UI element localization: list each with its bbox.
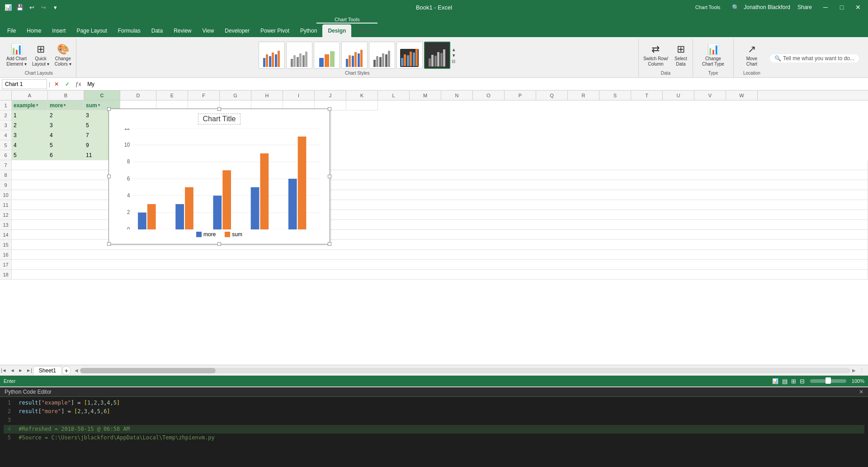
- col-header-u[interactable]: U: [663, 91, 694, 100]
- tab-format[interactable]: Format: [351, 24, 379, 37]
- chart-style-5[interactable]: [369, 42, 395, 69]
- switch-row-column-button[interactable]: ⇄ Switch Row/Column: [642, 43, 670, 68]
- tab-page-layout[interactable]: Page Layout: [71, 24, 112, 37]
- view-normal-icon[interactable]: ▤: [782, 378, 788, 385]
- cell-k1[interactable]: [346, 100, 378, 110]
- tab-python[interactable]: Python: [295, 24, 322, 37]
- col-header-r[interactable]: R: [568, 91, 599, 100]
- cell-row16[interactable]: [12, 250, 868, 260]
- scroll-left-icon[interactable]: ◀: [75, 368, 78, 373]
- col-header-a[interactable]: A: [12, 91, 48, 100]
- col-header-n[interactable]: N: [441, 91, 473, 100]
- col-header-j[interactable]: J: [315, 91, 346, 100]
- col-header-i[interactable]: I: [283, 91, 315, 100]
- col-header-v[interactable]: V: [694, 91, 726, 100]
- chart-style-7[interactable]: [424, 42, 450, 69]
- chart-container[interactable]: Chart Title 0: [108, 109, 330, 244]
- chart-style-2[interactable]: [286, 42, 312, 69]
- cell-row18[interactable]: [12, 270, 868, 280]
- cell-b4[interactable]: 4: [48, 130, 84, 140]
- sheet-nav-last[interactable]: ►|: [25, 367, 33, 374]
- chart-style-6[interactable]: [396, 42, 423, 69]
- share-label[interactable]: Share: [797, 4, 812, 10]
- new-sheet-button[interactable]: +: [62, 366, 71, 375]
- col-header-t[interactable]: T: [631, 91, 663, 100]
- python-editor-close-icon[interactable]: ✕: [859, 389, 863, 395]
- tell-me-input[interactable]: 🔍 Tell me what you want to do...: [770, 54, 859, 62]
- col-header-o[interactable]: O: [473, 91, 505, 100]
- cancel-formula-icon[interactable]: ✕: [52, 80, 61, 89]
- col-header-h[interactable]: H: [251, 91, 283, 100]
- col-header-q[interactable]: Q: [536, 91, 568, 100]
- col-header-m[interactable]: M: [410, 91, 441, 100]
- maximize-button[interactable]: □: [835, 1, 848, 14]
- tab-power-pivot[interactable]: Power Pivot: [255, 24, 295, 37]
- cell-b5[interactable]: 5: [48, 140, 84, 150]
- chart-style-4[interactable]: [341, 42, 368, 69]
- tab-developer[interactable]: Developer: [219, 24, 255, 37]
- sheet-options-icon[interactable]: ⋮: [859, 367, 868, 373]
- zoom-slider-thumb[interactable]: [826, 377, 831, 384]
- customize-icon[interactable]: ▾: [51, 3, 60, 12]
- style-scroll-down[interactable]: ▼: [452, 53, 456, 58]
- zoom-slider[interactable]: [810, 379, 846, 383]
- col-header-d[interactable]: D: [120, 91, 156, 100]
- chart-handle-tr[interactable]: [328, 107, 331, 111]
- col-header-e[interactable]: E: [156, 91, 188, 100]
- chart-handle-tc[interactable]: [217, 107, 221, 111]
- sheet-nav-first[interactable]: |◄: [0, 367, 8, 374]
- chart-handle-tl[interactable]: [107, 107, 111, 111]
- cell-b6[interactable]: 6: [48, 150, 84, 160]
- style-scroll-buttons[interactable]: ▲ ▼ ⊟: [452, 47, 456, 64]
- name-box[interactable]: [2, 79, 47, 89]
- col-header-w[interactable]: W: [726, 91, 758, 100]
- cell-a6[interactable]: 5: [12, 150, 48, 160]
- cell-b3[interactable]: 3: [48, 120, 84, 130]
- cell-a4[interactable]: 3: [12, 130, 48, 140]
- cell-a2[interactable]: 1: [12, 110, 48, 120]
- horizontal-scrollbar[interactable]: [80, 368, 850, 373]
- view-page-layout-icon[interactable]: ⊞: [791, 378, 796, 385]
- close-button[interactable]: ✕: [852, 1, 864, 14]
- cell-b1[interactable]: more▾: [48, 100, 84, 110]
- redo-icon[interactable]: ↪: [39, 3, 48, 12]
- chart-style-3[interactable]: [314, 42, 340, 69]
- confirm-formula-icon[interactable]: ✓: [63, 80, 72, 89]
- col-header-g[interactable]: G: [220, 91, 251, 100]
- tab-data[interactable]: Data: [146, 24, 168, 37]
- cell-a1[interactable]: example▾: [12, 100, 48, 110]
- col-header-b[interactable]: B: [48, 91, 84, 100]
- chart-handle-mr[interactable]: [328, 175, 331, 178]
- chart-title[interactable]: Chart Title: [198, 114, 241, 124]
- style-scroll-up[interactable]: ▲: [452, 47, 456, 52]
- tab-review[interactable]: Review: [168, 24, 197, 37]
- minimize-button[interactable]: ─: [819, 1, 832, 14]
- cell-a3[interactable]: 2: [12, 120, 48, 130]
- chart-style-1[interactable]: [259, 42, 285, 69]
- chart-handle-ml[interactable]: [107, 175, 111, 178]
- chart-handle-bl[interactable]: [107, 242, 111, 246]
- change-chart-type-button[interactable]: 📊 ChangeChart Type: [700, 43, 726, 68]
- col-header-s[interactable]: S: [599, 91, 631, 100]
- move-chart-button[interactable]: ↗ MoveChart: [743, 43, 761, 68]
- insert-function-icon[interactable]: ƒx: [74, 80, 83, 89]
- formula-input[interactable]: [85, 81, 866, 87]
- add-chart-element-button[interactable]: 📊 Add ChartElement ▾: [5, 43, 28, 68]
- sheet-nav-prev[interactable]: ◄: [9, 367, 16, 374]
- sheet-nav-next[interactable]: ►: [17, 367, 24, 374]
- tab-view[interactable]: View: [197, 24, 220, 37]
- chart-handle-bc[interactable]: [217, 242, 221, 246]
- tab-home[interactable]: Home: [21, 24, 47, 37]
- col-header-p[interactable]: P: [505, 91, 536, 100]
- save-icon[interactable]: 💾: [15, 3, 24, 12]
- tab-design[interactable]: Design: [322, 24, 351, 37]
- style-scroll-more[interactable]: ⊟: [452, 59, 456, 64]
- scroll-thumb[interactable]: [80, 368, 216, 373]
- col-header-k[interactable]: K: [346, 91, 378, 100]
- quick-layout-button[interactable]: ⊞ QuickLayout ▾: [30, 43, 51, 68]
- cell-row17[interactable]: [12, 260, 868, 270]
- cell-b2[interactable]: 2: [48, 110, 84, 120]
- scroll-right-icon[interactable]: ▶: [852, 368, 856, 373]
- chart-handle-br[interactable]: [328, 242, 331, 246]
- tab-file[interactable]: File: [2, 24, 21, 37]
